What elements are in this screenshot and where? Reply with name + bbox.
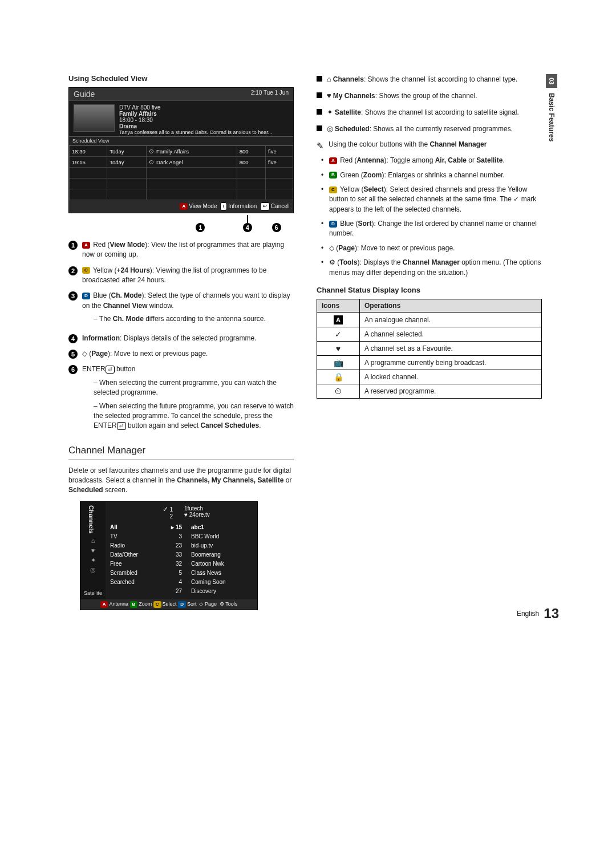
guide-genre: Drama bbox=[119, 123, 137, 129]
tv-icon: 📺 bbox=[317, 356, 360, 370]
tools-icon: ⚙ bbox=[329, 258, 335, 266]
channel-manager-screenshot: Channels ⌂ ♥ ✦ ◎ Satellite ✓ 1 bbox=[80, 501, 258, 610]
numbered-list: 1 A Red (View Mode): View the list of pr… bbox=[68, 240, 294, 435]
heart-icon: ♥ bbox=[317, 342, 360, 356]
scheduled-icon: ◎ bbox=[327, 124, 333, 135]
channels-icon: ⌂ bbox=[327, 74, 331, 85]
guide-source: DTV Air 800 five bbox=[119, 104, 272, 111]
guide-prog: Family Affairs bbox=[119, 111, 157, 117]
note-icon: ✎ bbox=[317, 140, 324, 152]
section-tab: 03 Basic Features bbox=[544, 74, 559, 143]
feature-list: ⌂Channels: Shows the channel list accord… bbox=[317, 74, 542, 134]
cm-side-bottom: Satellite bbox=[84, 590, 102, 596]
cm-filters: All TV Radio Data/Other Free Scrambled S… bbox=[106, 520, 158, 599]
icons-table-heading: Channel Status Display Icons bbox=[317, 286, 542, 294]
guide-screenshot: Guide 2:10 Tue 1 Jun DTV Air 800 five Fa… bbox=[68, 87, 294, 213]
cm-nums: ▸ 15 3 23 33 32 5 4 27 bbox=[158, 520, 187, 599]
colour-button-list: A Red (Antenna): Toggle among Air, Cable… bbox=[317, 156, 542, 278]
guide-tab: Scheduled View bbox=[69, 136, 293, 145]
guide-time: 18:00 - 18:30 bbox=[119, 117, 272, 123]
cm-names: abc1 BBC World bid-up.tv Boomerang Carto… bbox=[187, 520, 257, 599]
cm-footer: AAntenna BZoom CSelect DSort ◇ Page ⚙ To… bbox=[80, 599, 257, 610]
guide-title: Guide bbox=[74, 90, 95, 99]
cm-side-label: Channels bbox=[88, 505, 95, 534]
check-icon: ✓ bbox=[317, 327, 360, 342]
heading-scheduled-view: Using Scheduled View bbox=[68, 74, 294, 83]
satellite-icon: ✦ bbox=[327, 107, 333, 118]
page-number: 13 bbox=[544, 606, 559, 622]
lock-icon: 🔒 bbox=[317, 370, 360, 384]
guide-grid: 18:30 Today ⏲ Family Affairs 800 five 19… bbox=[69, 145, 293, 200]
heart-icon: ♥ bbox=[327, 91, 331, 102]
col-ops: Operations bbox=[360, 299, 542, 313]
icons-table: Icons Operations AAn analogue channel. ✓… bbox=[317, 299, 542, 399]
heart-icon: ♥ bbox=[88, 546, 98, 554]
footer-lang: English bbox=[517, 610, 539, 618]
guide-thumbnail bbox=[74, 104, 115, 132]
enter-icon: ⏎ bbox=[106, 366, 115, 374]
channel-manager-title: Channel Manager bbox=[68, 445, 294, 456]
guide-callouts: 1 4 6 bbox=[68, 214, 294, 232]
guide-clock: 2:10 Tue 1 Jun bbox=[251, 90, 289, 99]
scheduled-icon: ◎ bbox=[88, 566, 98, 574]
clock-icon: ⏲ bbox=[317, 384, 360, 399]
guide-footer: AView Mode iInformation ↩Cancel bbox=[69, 200, 293, 213]
channel-manager-intro: Delete or set favourites channels and us… bbox=[68, 466, 294, 496]
section-label: Basic Features bbox=[548, 90, 556, 141]
satellite-icon: ✦ bbox=[88, 556, 98, 564]
analogue-icon: A bbox=[334, 315, 343, 324]
page-footer: English 13 bbox=[517, 606, 559, 622]
col-icons: Icons bbox=[317, 299, 360, 313]
guide-desc: Tanya confesses all to a stunned Babs. C… bbox=[119, 129, 272, 135]
section-number: 03 bbox=[546, 74, 557, 88]
note-colour-buttons: ✎ Using the colour buttons with the Chan… bbox=[317, 140, 542, 152]
channels-icon: ⌂ bbox=[88, 537, 98, 545]
